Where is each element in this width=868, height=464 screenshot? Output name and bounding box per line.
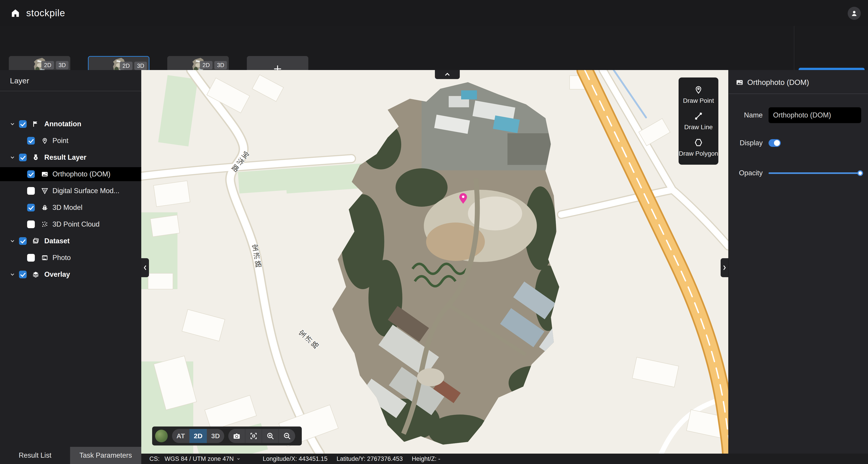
zoom-in-button[interactable] [262,429,278,443]
opacity-slider[interactable] [769,170,863,176]
checkbox[interactable] [27,187,35,195]
layer-row-photo[interactable]: Photo [0,251,141,265]
badge-2d[interactable]: 2D [120,62,132,70]
app-window: stockpile 2D 3D [0,0,868,464]
user-avatar[interactable] [848,7,861,20]
layer-label: Annotation [44,120,81,128]
collapse-right-handle[interactable] [721,258,728,277]
view-mode-switch: AT 2D 3D [172,429,224,443]
camera-button[interactable] [228,429,245,443]
checkbox[interactable] [19,154,27,161]
map-tool-buttons [228,429,295,443]
divider [729,94,868,94]
display-row: Display [729,139,868,147]
map-canvas[interactable]: 宝济路 宝济路 宝济路 AT 2D 3D [141,70,728,454]
top-bar: stockpile [0,0,868,26]
checkbox[interactable] [27,221,35,228]
layer-label: Result Layer [44,154,86,162]
badge-2d[interactable]: 2D [41,61,54,69]
layer-label: Photo [53,254,71,262]
layer-row-dataset[interactable]: Dataset [0,234,141,248]
layer-row-overlay[interactable]: Overlay [0,267,141,281]
chevron-down-icon[interactable] [9,155,16,160]
status-bar: CS: WGS 84 / UTM zone 47N Longitude/X: 4… [141,454,868,464]
badge-2d[interactable]: 2D [200,61,213,69]
layer-row-orthophoto[interactable]: Orthophoto (DOM) [0,167,141,181]
viewer-toolbar: AT 2D 3D [152,427,302,445]
draw-point-label: Draw Point [683,97,714,104]
tab-result-list[interactable]: Result List [0,447,70,464]
draw-tools-panel: Draw Point Draw Line Draw Polygon [679,77,718,165]
mode-at[interactable]: AT [172,429,189,443]
collapse-left-handle[interactable] [141,258,149,277]
draw-polygon-label: Draw Polygon [679,150,718,157]
mode-2d[interactable]: 2D [189,429,207,443]
slider-thumb[interactable] [857,170,863,176]
slider-track [769,172,863,174]
divider [0,91,141,91]
task-strip: 2D 3D 2025-04-13 2D 3D 202 [0,26,868,70]
cs-label: CS: [149,456,160,462]
tab-task-parameters[interactable]: Task Parameters [70,447,141,464]
zoom-out-icon [283,432,291,440]
image-icon [41,170,49,178]
zoom-out-button[interactable] [278,429,295,443]
layer-panel-title: Layer [10,76,29,85]
fit-extent-button[interactable] [245,429,262,443]
draw-line-button[interactable]: Draw Line [684,111,713,131]
checkbox[interactable] [27,137,35,144]
home-icon[interactable] [10,8,20,18]
draw-point-button[interactable]: Draw Point [683,85,714,104]
chevron-left-icon [143,265,147,271]
layer-row-point-cloud[interactable]: 3D Point Cloud [0,217,141,231]
photos-icon [32,237,40,245]
sidebar-bottom-tabs: Result List Task Parameters [0,447,141,464]
panel-title: Orthophoto (DOM) [747,78,809,87]
layer-label: Dataset [44,237,70,245]
draw-polygon-icon [694,138,703,147]
mode-3d[interactable]: 3D [207,429,224,443]
checkbox[interactable] [27,204,35,211]
chevron-down-icon[interactable] [236,456,241,461]
name-label: Name [729,111,763,119]
layer-label: Overlay [44,270,70,278]
layer-row-result-layer[interactable]: Result Layer [0,151,141,164]
badge-3d[interactable]: 3D [214,61,227,69]
name-input[interactable] [769,107,861,123]
model-3d-icon [41,203,49,212]
chevron-up-icon [444,72,451,77]
layer-row-dsm[interactable]: Digital Surface Mod... [0,184,141,198]
chevron-down-icon[interactable] [9,271,16,277]
strip-divider [794,26,794,70]
badge-3d[interactable]: 3D [134,62,147,70]
draw-line-label: Draw Line [684,124,713,131]
fit-extent-icon [250,432,258,440]
layer-label: Point [53,137,68,145]
chevron-down-icon[interactable] [9,238,16,244]
layer-row-3d-model[interactable]: 3D Model [0,201,141,214]
map-pin-icon [41,137,49,145]
camera-icon [232,432,241,440]
layer-properties-panel: Orthophoto (DOM) Name Display Opacity [729,70,868,454]
layer-row-point[interactable]: Point [0,134,141,148]
flag-icon [32,120,40,128]
collapse-top-handle[interactable] [435,70,460,79]
chevron-down-icon[interactable] [9,121,16,127]
display-toggle[interactable] [769,139,781,147]
name-row: Name [729,107,868,123]
checkbox[interactable] [19,237,27,245]
layer-row-annotation[interactable]: Annotation [0,117,141,131]
draw-point-icon [694,85,703,94]
checkbox[interactable] [19,120,27,128]
basemap-thumbnail[interactable] [155,429,168,442]
checkbox[interactable] [27,254,35,262]
longitude-readout: Longitude/X: 443451.15 [263,456,328,462]
cs-selector[interactable]: WGS 84 / UTM zone 47N [164,456,234,462]
layer-label: 3D Point Cloud [53,220,100,228]
badge-3d[interactable]: 3D [56,61,68,69]
checkbox[interactable] [27,170,35,178]
layers-icon [32,270,40,278]
latitude-readout: Latitude/Y: 2767376.453 [337,456,403,462]
checkbox[interactable] [19,271,27,278]
draw-polygon-button[interactable]: Draw Polygon [679,138,718,157]
